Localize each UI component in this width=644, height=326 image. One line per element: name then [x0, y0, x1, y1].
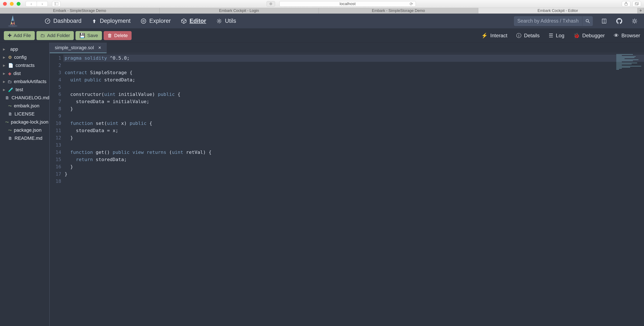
- nav-label: Utils: [225, 18, 236, 24]
- share-button[interactable]: [622, 1, 630, 6]
- browser-tab-label: Embark - SimpleStorage Demo: [372, 8, 425, 13]
- close-window-icon[interactable]: [3, 2, 7, 6]
- embark-logo[interactable]: [6, 15, 19, 27]
- chevron-right-icon: ▶: [3, 72, 6, 75]
- tree-item-label: dist: [14, 71, 21, 76]
- bolt-icon: ⚡: [481, 32, 488, 38]
- panel-debugger[interactable]: 🐞Debugger: [574, 32, 605, 39]
- url-text: localhost: [340, 1, 356, 6]
- file-icon: 🗎: [8, 136, 12, 141]
- nav-editor[interactable]: Editor: [181, 18, 206, 24]
- panel-details[interactable]: ⓘDetails: [516, 32, 540, 39]
- browser-tab-label: Embark - SimpleStorage Demo: [53, 8, 106, 13]
- url-bar[interactable]: localhost ⟳: [279, 1, 416, 6]
- macos-titlebar: ‹ › localhost ⟳: [0, 0, 644, 8]
- browser-tab-label: Embark Cockpit - Login: [219, 8, 259, 13]
- chevron-right-icon: ▶: [3, 80, 5, 83]
- maximize-window-icon[interactable]: [17, 2, 20, 6]
- browser-tab[interactable]: Embark - SimpleStorage Demo: [319, 8, 478, 13]
- chevron-right-icon: ▶: [3, 64, 6, 67]
- tree-folder[interactable]: ▶🧪test: [0, 86, 49, 94]
- minimap[interactable]: [616, 54, 644, 67]
- settings-icon[interactable]: [632, 18, 638, 24]
- save-button[interactable]: 💾Save: [76, 31, 102, 40]
- browser-tab[interactable]: Embark Cockpit - Login: [160, 8, 319, 13]
- svg-rect-0: [54, 2, 58, 5]
- svg-point-15: [586, 19, 588, 22]
- button-label: Save: [87, 33, 98, 38]
- panel-label: Log: [556, 32, 564, 38]
- svg-point-13: [143, 20, 144, 22]
- new-tab-button[interactable]: +: [638, 8, 644, 13]
- svg-point-11: [47, 21, 48, 21]
- reload-icon[interactable]: ⟳: [410, 1, 413, 6]
- file-tree[interactable]: ▶app▶⚙config▶📄contracts▶◆dist▶🗀embarkArt…: [0, 43, 50, 326]
- gear-icon: [216, 18, 222, 24]
- tree-folder[interactable]: ▶⚙config: [0, 53, 49, 61]
- add-folder-button[interactable]: 🗀Add Folder: [36, 31, 74, 40]
- panel-browser[interactable]: 👁Browser: [614, 32, 640, 39]
- app-nav: Dashboard Deployment Explorer Editor Uti…: [0, 14, 644, 28]
- tabs-button[interactable]: [632, 1, 641, 6]
- chevron-right-icon: ▶: [3, 47, 6, 51]
- nav-label: Deployment: [100, 18, 130, 24]
- panel-interact[interactable]: ⚡Interact: [481, 32, 507, 39]
- panel-label: Interact: [490, 32, 507, 38]
- chevron-right-icon: ▶: [3, 88, 6, 91]
- test-icon: 🧪: [8, 87, 14, 92]
- delete-button[interactable]: 🗑Delete: [104, 31, 132, 40]
- browser-tab-label: Embark Cockpit - Editor: [538, 8, 578, 13]
- panel-label: Details: [524, 32, 540, 38]
- search-button[interactable]: [582, 16, 593, 26]
- nav-label: Explorer: [149, 18, 171, 24]
- nav-utils[interactable]: Utils: [216, 18, 236, 24]
- window-controls: [3, 2, 20, 6]
- docs-icon[interactable]: [601, 18, 607, 24]
- svg-point-14: [218, 20, 220, 22]
- close-icon[interactable]: ✕: [98, 45, 101, 50]
- tree-file[interactable]: 🗎LICENSE: [0, 110, 49, 118]
- plus-icon: ✚: [8, 33, 12, 38]
- tree-folder[interactable]: ▶📄contracts: [0, 61, 49, 69]
- doc-icon: 📄: [8, 63, 14, 68]
- nav-dashboard[interactable]: Dashboard: [45, 18, 82, 24]
- panel-log[interactable]: ☰Log: [549, 32, 564, 39]
- tree-file[interactable]: ⤳package-lock.json: [0, 118, 49, 126]
- browser-tab-active[interactable]: Embark Cockpit - Editor: [478, 8, 638, 13]
- bug-icon: 🐞: [574, 32, 580, 38]
- nav-explorer[interactable]: Explorer: [141, 18, 171, 24]
- tree-folder[interactable]: ▶🗀embarkArtifacts: [0, 77, 49, 86]
- back-button[interactable]: ‹: [26, 1, 37, 6]
- add-file-button[interactable]: ✚Add File: [4, 31, 35, 40]
- button-label: Add Folder: [47, 33, 70, 38]
- tree-folder[interactable]: ▶◆dist: [0, 69, 49, 77]
- sidebar-toggle-button[interactable]: [52, 1, 60, 6]
- forward-button[interactable]: ›: [37, 1, 48, 6]
- tree-item-label: README.md: [14, 135, 42, 141]
- folder-icon: 🗀: [40, 33, 45, 38]
- chevron-right-icon: ▶: [3, 56, 6, 59]
- reader-button[interactable]: [266, 1, 275, 6]
- github-icon[interactable]: [616, 18, 622, 24]
- tree-folder[interactable]: ▶app: [0, 45, 49, 53]
- editor-toolbar: ✚Add File 🗀Add Folder 💾Save 🗑Delete ⚡Int…: [0, 28, 644, 43]
- panel-label: Browser: [622, 32, 640, 38]
- tree-file[interactable]: ⤳package.json: [0, 126, 49, 134]
- file-tab[interactable]: simple_storage.sol ✕: [50, 43, 106, 53]
- json-icon: ⤳: [8, 103, 12, 108]
- file-icon: 🗎: [8, 112, 12, 117]
- search-input[interactable]: [514, 16, 582, 26]
- editor-pane: simple_storage.sol ✕ 1234567891011121314…: [50, 43, 644, 326]
- tree-file[interactable]: 🗎README.md: [0, 134, 49, 142]
- browser-tab[interactable]: Embark - SimpleStorage Demo: [0, 8, 160, 13]
- svg-line-16: [588, 22, 590, 23]
- nav-deployment[interactable]: Deployment: [92, 18, 130, 24]
- nav-label: Dashboard: [53, 18, 82, 24]
- dashboard-icon: [45, 18, 50, 24]
- tree-file[interactable]: ⤳embark.json: [0, 102, 49, 110]
- code-area[interactable]: 123456789101112131415161718 pragma solid…: [50, 53, 644, 326]
- code-content[interactable]: pragma solidity ^0.5.0; contract SimpleS…: [64, 53, 644, 326]
- minimize-window-icon[interactable]: [10, 2, 14, 6]
- json-icon: ⤳: [8, 128, 12, 133]
- tree-file[interactable]: 🗎CHANGELOG.md: [0, 94, 49, 102]
